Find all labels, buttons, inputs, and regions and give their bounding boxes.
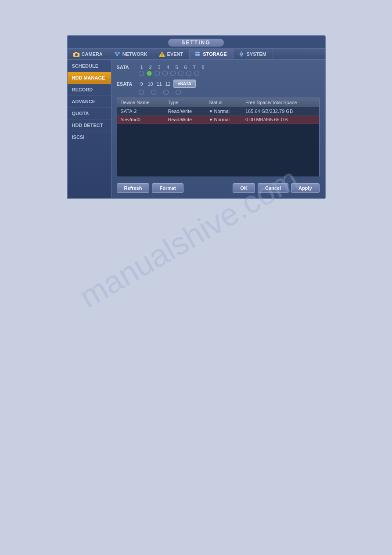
hdd-manage-content: SATA 1 2 3 4 5 6 7 8 [111, 60, 325, 198]
table-row[interactable]: SATA-2 Read/Write ▼ Normal 165.64 GB/232… [117, 107, 319, 116]
storage-icon [194, 51, 201, 57]
col-type: Type [164, 98, 205, 107]
sata-num-1: 1 [138, 65, 145, 70]
esata-num-11: 11 [156, 81, 163, 87]
esata-section: ESATA 9 10 11 12 eSATA [117, 80, 320, 88]
status-value: Normal [214, 109, 230, 114]
sidebar-item-iscsi[interactable]: ISCSI [68, 131, 111, 143]
svg-rect-10 [162, 55, 162, 56]
sata-label: SATA [117, 65, 137, 70]
tab-storage-label: STORAGE [203, 51, 227, 57]
sata-section: SATA 1 2 3 4 5 6 7 8 [117, 65, 320, 76]
cell-free-space: 165.64 GB/232.79 GB [242, 107, 319, 116]
sidebar-item-record[interactable]: RECORD [68, 84, 111, 96]
status-arrow-icon: ▼ [209, 117, 213, 122]
svg-rect-3 [115, 52, 117, 54]
sata-numbers-row: SATA 1 2 3 4 5 6 7 8 [117, 65, 320, 70]
sata-dot-5[interactable] [170, 71, 176, 76]
col-free-space: Free Space/Total Space [242, 98, 319, 107]
title-bar: SETTING [68, 36, 325, 49]
system-icon [238, 51, 245, 57]
event-icon [158, 51, 165, 57]
left-buttons: Refresh Format [117, 183, 230, 193]
sidebar: SCHEDULE HDD MANAGE RECORD ADVANCE QUOTA… [68, 60, 111, 198]
table-empty-area [117, 124, 319, 177]
cancel-button[interactable]: Cancel [258, 183, 288, 193]
tab-event[interactable]: EVENT [154, 49, 190, 59]
svg-point-14 [198, 54, 199, 54]
svg-line-6 [115, 54, 117, 54]
sata-dots-row [117, 71, 320, 76]
tab-network[interactable]: NETWORK [109, 49, 154, 59]
sidebar-item-hdd-detect[interactable]: HDD DETECT [68, 120, 111, 131]
right-buttons: OK Cancel Apply [233, 183, 319, 193]
col-device-name: Device Name [117, 98, 165, 107]
tab-storage[interactable]: STORAGE [190, 49, 233, 59]
sata-num-5: 5 [173, 65, 180, 70]
svg-point-1 [75, 54, 78, 56]
svg-rect-5 [116, 54, 118, 56]
sata-num-7: 7 [191, 65, 198, 70]
sata-num-2: 2 [147, 65, 154, 70]
sata-num-4: 4 [165, 65, 172, 70]
esata-num-9: 9 [138, 81, 145, 87]
cell-type: Read/Write [164, 116, 205, 124]
format-button[interactable]: Format [152, 183, 183, 193]
refresh-button[interactable]: Refresh [117, 183, 150, 193]
esata-num-12: 12 [165, 81, 172, 87]
content-area: SCHEDULE HDD MANAGE RECORD ADVANCE QUOTA… [68, 60, 325, 198]
cell-free-space: 0.00 MB/465.65 GB [242, 116, 319, 124]
esata-dots-row [117, 90, 320, 95]
sata-dot-4[interactable] [162, 71, 168, 76]
tab-network-label: NETWORK [122, 51, 147, 57]
cell-device-name: /dev/md0 [117, 116, 165, 124]
sata-num-6: 6 [182, 65, 189, 70]
apply-button[interactable]: Apply [291, 183, 320, 193]
status-value: Normal [214, 117, 230, 122]
page-title: SETTING [181, 40, 210, 46]
cell-status: ▼ Normal [205, 107, 242, 116]
sidebar-item-schedule[interactable]: SCHEDULE [68, 60, 111, 72]
sidebar-item-quota[interactable]: QUOTA [68, 108, 111, 120]
camera-icon [73, 51, 80, 57]
sata-dot-8[interactable] [194, 71, 199, 76]
sidebar-item-advance[interactable]: ADVANCE [68, 96, 111, 108]
table-row[interactable]: /dev/md0 Read/Write ▼ Normal 0.00 MB/465… [117, 116, 319, 124]
hdd-table-container: Device Name Type Status Free Space/Total… [117, 98, 320, 177]
sata-num-3: 3 [156, 65, 163, 70]
cell-status: ▼ Normal [205, 116, 242, 124]
sidebar-item-hdd-manage[interactable]: HDD MANAGE [68, 72, 111, 84]
cell-type: Read/Write [164, 107, 205, 116]
svg-point-16 [241, 54, 241, 54]
table-header-row: Device Name Type Status Free Space/Total… [117, 98, 319, 107]
main-panel: SETTING CAMERA [67, 35, 326, 199]
sata-dot-1[interactable] [139, 71, 144, 76]
esata-dot-10[interactable] [151, 90, 156, 95]
bottom-buttons: Refresh Format OK Cancel Apply [117, 181, 320, 194]
network-icon [114, 51, 121, 57]
nav-tabs: CAMERA NETWORK [68, 49, 325, 60]
svg-rect-4 [118, 52, 120, 54]
sata-dot-7[interactable] [186, 71, 191, 76]
tab-system[interactable]: SYSTEM [234, 49, 273, 59]
ok-button[interactable]: OK [233, 183, 255, 193]
sata-dot-3[interactable] [155, 71, 160, 76]
sata-dot-6[interactable] [178, 71, 183, 76]
tab-system-label: SYSTEM [247, 51, 266, 57]
svg-rect-9 [162, 53, 162, 55]
esata-button[interactable]: eSATA [173, 80, 196, 88]
hdd-table: Device Name Type Status Free Space/Total… [117, 98, 319, 177]
esata-dot-12[interactable] [176, 90, 181, 95]
sata-dot-2[interactable] [147, 71, 152, 76]
col-status: Status [205, 98, 242, 107]
tab-camera-label: CAMERA [82, 51, 103, 57]
tab-event-label: EVENT [167, 51, 183, 57]
esata-dot-9[interactable] [139, 90, 144, 95]
esata-num-10: 10 [147, 81, 154, 87]
svg-line-7 [117, 54, 119, 54]
sata-num-8: 8 [200, 65, 207, 70]
status-arrow-icon: ▼ [209, 109, 213, 114]
esata-dot-11[interactable] [163, 90, 169, 95]
tab-camera[interactable]: CAMERA [68, 49, 109, 59]
cell-device-name: SATA-2 [117, 107, 165, 116]
